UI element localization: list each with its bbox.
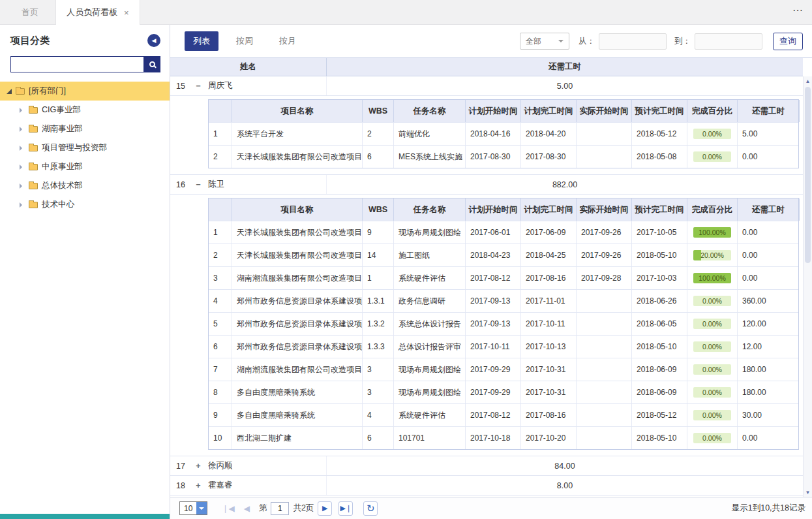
query-button[interactable]: 查询 [773, 33, 803, 50]
tree-collapsed-icon[interactable] [20, 183, 25, 189]
tab-close-icon[interactable]: × [124, 8, 129, 18]
tab-personnel-load-dashboard[interactable]: 人员负荷看板 × [55, 0, 140, 25]
task-row[interactable]: 8多自由度黑暗乘骑系统3现场布局规划图绘2017-09-292017-10-31… [209, 381, 798, 403]
task-cell-remaining: 0.00 [738, 267, 800, 289]
task-row[interactable]: 5郑州市政务信息资源目录体系建设项目1.3.2系统总体设计报告2017-09-1… [209, 312, 798, 335]
task-row[interactable]: 10西北湖二期扩建61017012017-10-182017-10-202018… [209, 426, 798, 449]
tree-node-pm-investment[interactable]: 项目管理与投资部 [0, 138, 170, 157]
from-date-input[interactable] [599, 34, 667, 49]
tree-node-general-tech[interactable]: 总体技术部 [0, 176, 170, 195]
tree-node-zhongyuan[interactable]: 中原事业部 [0, 157, 170, 176]
collapse-icon[interactable]: − [194, 180, 203, 189]
task-cell-plan_start: 2017-06-01 [466, 221, 521, 244]
task-cell-remaining: 0.00 [738, 146, 800, 168]
task-cell-actual_start [577, 146, 632, 168]
task-cell-task: 总体设计报告评审 [394, 336, 466, 358]
task-cell-remaining: 180.00 [738, 358, 800, 381]
tree-collapsed-icon[interactable] [20, 127, 25, 132]
task-cell-project: 系统平台开发 [232, 123, 363, 145]
task-row[interactable]: 4郑州市政务信息资源目录体系建设项目1.3.1政务信息调研2017-09-132… [209, 289, 798, 312]
task-cell-actual_start [577, 336, 632, 358]
scrollbar-thumb[interactable] [805, 87, 811, 263]
person-row[interactable]: 15−周庆飞5.00 [170, 76, 803, 96]
view-by-week-button[interactable]: 按周 [228, 31, 262, 51]
view-list-button[interactable]: 列表 [185, 31, 218, 51]
tree-collapsed-icon[interactable] [20, 108, 25, 113]
task-cell-est_end: 2018-05-10 [632, 336, 687, 358]
tree-node-tech-center[interactable]: 技术中心 [0, 195, 170, 214]
tree-node-all-departments[interactable]: [所有部门] [0, 82, 170, 101]
tab-home[interactable]: 首页 [0, 0, 55, 24]
first-page-button[interactable]: ❘◀ [222, 504, 234, 513]
progress-badge: 20.00% [693, 250, 731, 260]
folder-icon [16, 88, 25, 95]
task-row[interactable]: 2天津长城服装集团有限公司改造项目6MES系统上线实施2017-08-30201… [209, 145, 798, 168]
task-col-header: 实际开始时间 [577, 100, 632, 122]
person-remaining-hours: 5.00 [327, 76, 803, 95]
progress-badge: 100.00% [693, 273, 731, 283]
to-date-input[interactable] [695, 34, 762, 49]
category-search-input[interactable] [10, 56, 143, 72]
task-row[interactable]: 1天津长城服装集团有限公司改造项目9现场布局规划图绘2017-06-012017… [209, 221, 798, 244]
task-row[interactable]: 6郑州市政务信息资源目录体系建设项目1.3.3总体设计报告评审2017-10-1… [209, 335, 798, 358]
task-cell-plan_start: 2017-09-13 [466, 290, 521, 312]
task-col-header: 计划完工时间 [521, 198, 577, 221]
sidebar-collapse-button[interactable]: ◀ [147, 34, 160, 47]
previous-page-button[interactable]: ◀ [244, 504, 250, 513]
filter-dropdown[interactable]: 全部 [520, 33, 569, 50]
progress-badge: 0.00% [693, 129, 731, 139]
scroll-down-icon[interactable]: ▼ [804, 488, 812, 497]
vertical-scrollbar[interactable]: ▲ ▼ [803, 76, 812, 497]
progress-badge: 100.00% [693, 227, 731, 238]
task-row[interactable]: 9多自由度黑暗乘骑系统4系统硬件评估2017-08-122017-08-1620… [209, 403, 798, 426]
progress-badge: 0.00% [693, 364, 731, 375]
tree-collapsed-icon[interactable] [20, 202, 25, 208]
task-cell-wbs: 3 [363, 358, 394, 381]
task-cell-remaining: 0.00 [738, 221, 800, 244]
person-row[interactable]: 17+徐丙顺84.00 [170, 456, 803, 476]
expand-icon[interactable]: + [194, 481, 203, 490]
person-row[interactable]: 18+霍嘉睿8.00 [170, 476, 803, 495]
header-name: 姓名 [170, 58, 327, 76]
task-cell-plan_end: 2017-10-31 [521, 358, 577, 381]
task-row[interactable]: 2天津长城服装集团有限公司改造项目14施工图纸2018-04-232018-04… [209, 244, 798, 266]
page-size-select[interactable]: 10 [179, 501, 207, 515]
folder-icon [29, 145, 38, 151]
expand-icon[interactable]: + [194, 462, 203, 471]
task-cell-no: 1 [209, 123, 232, 145]
search-button[interactable] [143, 56, 160, 72]
task-cell-task: 现场布局规划图绘 [394, 381, 466, 403]
tree-collapsed-icon[interactable] [20, 146, 25, 151]
task-row[interactable]: 7湖南潮流服装集团有限公司改造项目3现场布局规划图绘2017-09-292017… [209, 358, 798, 381]
task-col-header: 项目名称 [232, 100, 363, 122]
task-cell-pct: 0.00% [687, 336, 738, 358]
to-date-field [695, 33, 762, 50]
view-by-month-button[interactable]: 按月 [271, 31, 305, 51]
tree-expanded-icon[interactable] [7, 89, 12, 94]
tab-active-label: 人员负荷看板 [67, 7, 117, 18]
task-cell-remaining: 120.00 [738, 313, 800, 335]
collapse-icon[interactable]: − [194, 82, 203, 91]
last-page-button[interactable]: ▶❘ [338, 501, 353, 516]
scroll-up-icon[interactable]: ▲ [804, 76, 812, 86]
task-cell-plan_start: 2018-04-16 [466, 123, 521, 145]
task-cell-remaining: 12.00 [738, 336, 800, 358]
task-cell-est_end: 2018-05-12 [632, 123, 687, 145]
task-cell-pct: 0.00% [687, 290, 738, 312]
page-number-input[interactable] [271, 502, 289, 515]
more-menu-icon[interactable]: ⋯ [792, 4, 804, 16]
task-cell-plan_end: 2017-08-30 [521, 146, 577, 168]
task-cell-project: 天津长城服装集团有限公司改造项目 [232, 146, 363, 168]
tree-node-cig[interactable]: CIG事业部 [0, 101, 170, 119]
task-cell-est_end: 2018-05-10 [632, 427, 687, 449]
task-row[interactable]: 3湖南潮流服装集团有限公司改造项目1系统硬件评估2017-08-122017-0… [209, 266, 798, 289]
task-cell-wbs: 1.3.2 [363, 313, 394, 335]
tree-node-hunan[interactable]: 湖南事业部 [0, 119, 170, 138]
task-cell-est_end: 2017-10-03 [632, 267, 687, 289]
tree-collapsed-icon[interactable] [20, 165, 25, 170]
next-page-button[interactable]: ▶ [318, 501, 332, 516]
task-row[interactable]: 1系统平台开发2前端优化2018-04-162018-04-202018-05-… [209, 122, 798, 145]
tree-node-label: 中原事业部 [42, 161, 83, 172]
person-row[interactable]: 16−陈卫882.00 [170, 175, 803, 195]
refresh-button[interactable]: ↻ [363, 501, 378, 516]
